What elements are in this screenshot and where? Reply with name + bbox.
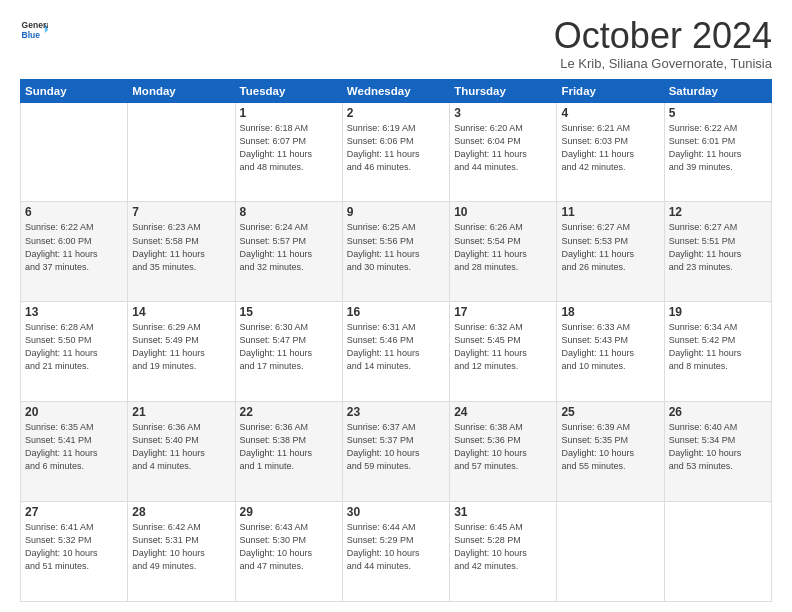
col-monday: Monday [128,79,235,102]
calendar-week-1: 1Sunrise: 6:18 AM Sunset: 6:07 PM Daylig… [21,102,772,202]
calendar-week-2: 6Sunrise: 6:22 AM Sunset: 6:00 PM Daylig… [21,202,772,302]
svg-text:General: General [22,20,48,30]
table-row: 26Sunrise: 6:40 AM Sunset: 5:34 PM Dayli… [664,402,771,502]
day-info: Sunrise: 6:21 AM Sunset: 6:03 PM Dayligh… [561,122,659,174]
day-info: Sunrise: 6:39 AM Sunset: 5:35 PM Dayligh… [561,421,659,473]
table-row: 8Sunrise: 6:24 AM Sunset: 5:57 PM Daylig… [235,202,342,302]
day-number: 13 [25,305,123,319]
table-row: 22Sunrise: 6:36 AM Sunset: 5:38 PM Dayli… [235,402,342,502]
day-number: 8 [240,205,338,219]
day-number: 11 [561,205,659,219]
table-row: 13Sunrise: 6:28 AM Sunset: 5:50 PM Dayli… [21,302,128,402]
day-number: 21 [132,405,230,419]
day-number: 1 [240,106,338,120]
day-number: 31 [454,505,552,519]
calendar-week-5: 27Sunrise: 6:41 AM Sunset: 5:32 PM Dayli… [21,502,772,602]
day-info: Sunrise: 6:36 AM Sunset: 5:40 PM Dayligh… [132,421,230,473]
day-info: Sunrise: 6:27 AM Sunset: 5:53 PM Dayligh… [561,221,659,273]
table-row: 18Sunrise: 6:33 AM Sunset: 5:43 PM Dayli… [557,302,664,402]
header: General Blue October 2024 Le Krib, Silia… [20,16,772,71]
day-number: 15 [240,305,338,319]
day-info: Sunrise: 6:18 AM Sunset: 6:07 PM Dayligh… [240,122,338,174]
table-row: 15Sunrise: 6:30 AM Sunset: 5:47 PM Dayli… [235,302,342,402]
subtitle: Le Krib, Siliana Governorate, Tunisia [554,56,772,71]
day-number: 7 [132,205,230,219]
day-info: Sunrise: 6:30 AM Sunset: 5:47 PM Dayligh… [240,321,338,373]
page: General Blue October 2024 Le Krib, Silia… [0,0,792,612]
logo-icon: General Blue [20,16,48,44]
col-friday: Friday [557,79,664,102]
calendar-table: Sunday Monday Tuesday Wednesday Thursday… [20,79,772,602]
day-number: 20 [25,405,123,419]
col-sunday: Sunday [21,79,128,102]
table-row: 28Sunrise: 6:42 AM Sunset: 5:31 PM Dayli… [128,502,235,602]
day-info: Sunrise: 6:42 AM Sunset: 5:31 PM Dayligh… [132,521,230,573]
table-row: 12Sunrise: 6:27 AM Sunset: 5:51 PM Dayli… [664,202,771,302]
table-row [128,102,235,202]
table-row: 1Sunrise: 6:18 AM Sunset: 6:07 PM Daylig… [235,102,342,202]
table-row: 25Sunrise: 6:39 AM Sunset: 5:35 PM Dayli… [557,402,664,502]
day-number: 10 [454,205,552,219]
table-row: 16Sunrise: 6:31 AM Sunset: 5:46 PM Dayli… [342,302,449,402]
day-info: Sunrise: 6:23 AM Sunset: 5:58 PM Dayligh… [132,221,230,273]
calendar-header-row: Sunday Monday Tuesday Wednesday Thursday… [21,79,772,102]
day-number: 30 [347,505,445,519]
day-info: Sunrise: 6:20 AM Sunset: 6:04 PM Dayligh… [454,122,552,174]
day-info: Sunrise: 6:22 AM Sunset: 6:00 PM Dayligh… [25,221,123,273]
day-info: Sunrise: 6:27 AM Sunset: 5:51 PM Dayligh… [669,221,767,273]
logo: General Blue [20,16,48,44]
day-number: 24 [454,405,552,419]
table-row: 24Sunrise: 6:38 AM Sunset: 5:36 PM Dayli… [450,402,557,502]
table-row: 19Sunrise: 6:34 AM Sunset: 5:42 PM Dayli… [664,302,771,402]
day-info: Sunrise: 6:40 AM Sunset: 5:34 PM Dayligh… [669,421,767,473]
table-row: 7Sunrise: 6:23 AM Sunset: 5:58 PM Daylig… [128,202,235,302]
month-title: October 2024 [554,16,772,56]
day-info: Sunrise: 6:33 AM Sunset: 5:43 PM Dayligh… [561,321,659,373]
day-number: 29 [240,505,338,519]
day-info: Sunrise: 6:38 AM Sunset: 5:36 PM Dayligh… [454,421,552,473]
day-info: Sunrise: 6:35 AM Sunset: 5:41 PM Dayligh… [25,421,123,473]
title-block: October 2024 Le Krib, Siliana Governorat… [554,16,772,71]
day-number: 27 [25,505,123,519]
table-row: 14Sunrise: 6:29 AM Sunset: 5:49 PM Dayli… [128,302,235,402]
day-number: 6 [25,205,123,219]
col-wednesday: Wednesday [342,79,449,102]
day-info: Sunrise: 6:36 AM Sunset: 5:38 PM Dayligh… [240,421,338,473]
day-info: Sunrise: 6:37 AM Sunset: 5:37 PM Dayligh… [347,421,445,473]
day-info: Sunrise: 6:45 AM Sunset: 5:28 PM Dayligh… [454,521,552,573]
day-number: 26 [669,405,767,419]
day-number: 17 [454,305,552,319]
table-row [557,502,664,602]
table-row: 9Sunrise: 6:25 AM Sunset: 5:56 PM Daylig… [342,202,449,302]
table-row: 10Sunrise: 6:26 AM Sunset: 5:54 PM Dayli… [450,202,557,302]
table-row: 31Sunrise: 6:45 AM Sunset: 5:28 PM Dayli… [450,502,557,602]
day-info: Sunrise: 6:34 AM Sunset: 5:42 PM Dayligh… [669,321,767,373]
col-thursday: Thursday [450,79,557,102]
table-row [21,102,128,202]
day-info: Sunrise: 6:43 AM Sunset: 5:30 PM Dayligh… [240,521,338,573]
day-number: 18 [561,305,659,319]
calendar-week-4: 20Sunrise: 6:35 AM Sunset: 5:41 PM Dayli… [21,402,772,502]
day-info: Sunrise: 6:32 AM Sunset: 5:45 PM Dayligh… [454,321,552,373]
table-row: 21Sunrise: 6:36 AM Sunset: 5:40 PM Dayli… [128,402,235,502]
table-row: 27Sunrise: 6:41 AM Sunset: 5:32 PM Dayli… [21,502,128,602]
table-row: 4Sunrise: 6:21 AM Sunset: 6:03 PM Daylig… [557,102,664,202]
day-info: Sunrise: 6:29 AM Sunset: 5:49 PM Dayligh… [132,321,230,373]
table-row: 20Sunrise: 6:35 AM Sunset: 5:41 PM Dayli… [21,402,128,502]
day-number: 5 [669,106,767,120]
day-number: 2 [347,106,445,120]
col-tuesday: Tuesday [235,79,342,102]
day-info: Sunrise: 6:41 AM Sunset: 5:32 PM Dayligh… [25,521,123,573]
table-row [664,502,771,602]
day-number: 12 [669,205,767,219]
day-info: Sunrise: 6:44 AM Sunset: 5:29 PM Dayligh… [347,521,445,573]
table-row: 5Sunrise: 6:22 AM Sunset: 6:01 PM Daylig… [664,102,771,202]
day-info: Sunrise: 6:31 AM Sunset: 5:46 PM Dayligh… [347,321,445,373]
table-row: 23Sunrise: 6:37 AM Sunset: 5:37 PM Dayli… [342,402,449,502]
calendar-week-3: 13Sunrise: 6:28 AM Sunset: 5:50 PM Dayli… [21,302,772,402]
table-row: 6Sunrise: 6:22 AM Sunset: 6:00 PM Daylig… [21,202,128,302]
day-number: 22 [240,405,338,419]
col-saturday: Saturday [664,79,771,102]
table-row: 30Sunrise: 6:44 AM Sunset: 5:29 PM Dayli… [342,502,449,602]
day-info: Sunrise: 6:22 AM Sunset: 6:01 PM Dayligh… [669,122,767,174]
